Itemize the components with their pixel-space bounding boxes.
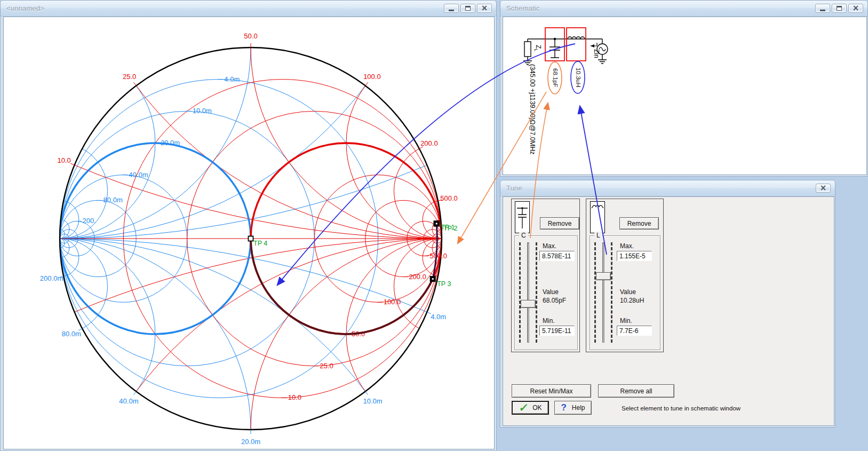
svg-text:20.0m: 20.0m xyxy=(161,139,180,147)
load-impedance-text: (345.00 +j1139.00)Ω@7.0MHz xyxy=(529,64,536,154)
tune-window-title: Tune xyxy=(506,184,522,192)
schematic-window: Schematic xyxy=(500,0,868,177)
capacitor-min-input[interactable]: 5.719E-11 xyxy=(539,326,575,336)
tune-window-titlebar[interactable]: Tune xyxy=(500,180,835,196)
capacitor-slider-thumb[interactable] xyxy=(521,300,536,308)
svg-text:500.0: 500.0 xyxy=(440,194,458,202)
max-label: Max. xyxy=(620,242,634,250)
capacitor-max-input[interactable]: 8.578E-11 xyxy=(539,251,575,261)
min-label: Min. xyxy=(620,317,632,325)
close-icon[interactable] xyxy=(477,4,492,13)
svg-text:20.0m: 20.0m xyxy=(241,438,260,446)
max-label: Max. xyxy=(543,242,556,250)
close-icon[interactable] xyxy=(848,4,863,13)
tune-window: Tune Remove C xyxy=(500,180,835,428)
restore-icon[interactable] xyxy=(832,4,847,13)
inductor-slider-thumb[interactable] xyxy=(596,272,611,280)
capacitor-icon xyxy=(515,201,530,233)
svg-text:200.: 200. xyxy=(83,217,96,225)
min-label: Min. xyxy=(543,317,555,325)
svg-text:80.0m: 80.0m xyxy=(103,196,123,204)
inductor-group: L Max. 1.155E-5 Value 10.28uH Min. 7.7E-… xyxy=(590,235,660,350)
inductor-min-input[interactable]: 7.7E-6 xyxy=(617,326,652,336)
load-resistor-symbol xyxy=(524,42,531,57)
remove-inductor-button[interactable]: Remove xyxy=(619,217,659,230)
capacitor-group-label: C xyxy=(519,232,528,239)
remove-capacitor-button[interactable]: Remove xyxy=(540,217,579,230)
svg-text:4.0m: 4.0m xyxy=(224,75,240,83)
help-button[interactable]: ? Help xyxy=(554,401,592,415)
chart-window-title: <unnamed> xyxy=(6,4,44,12)
smith-chart[interactable]: 10.025.050.0100.0200.0500.010.025.050.01… xyxy=(4,17,500,451)
capacitor-group: C Max. 8.578E-11 Value 68.05pF Min. 5.71… xyxy=(514,235,578,350)
inductor-callout-value: 10.3uH xyxy=(575,67,582,87)
inductor-max-input[interactable]: 1.155E-5 xyxy=(617,251,652,261)
svg-text:50.0: 50.0 xyxy=(244,32,257,40)
svg-text:500.0: 500.0 xyxy=(429,252,447,260)
svg-text:200.0m: 200.0m xyxy=(40,274,63,282)
svg-text:10.0: 10.0 xyxy=(288,393,301,401)
capacitor-value: 68.05pF xyxy=(543,297,566,304)
selected-element-boxes[interactable] xyxy=(545,28,586,61)
svg-text:200.0: 200.0 xyxy=(420,139,438,147)
wire-node xyxy=(554,38,556,40)
tune-panel-capacitor: Remove C Max. 8.578E-11 Value 68.05pF Mi… xyxy=(511,199,580,352)
svg-text:100.0: 100.0 xyxy=(363,73,381,81)
svg-text:TP 2: TP 2 xyxy=(443,225,457,232)
reset-minmax-button[interactable]: Reset Min/Max xyxy=(512,384,591,398)
svg-text:80.0m: 80.0m xyxy=(62,330,81,338)
smith-chart-window: <unnamed> 10.025.050.0100.0200.0500.010.… xyxy=(0,0,497,451)
schematic-window-titlebar[interactable]: Schematic xyxy=(500,1,867,17)
svg-text:4.0m: 4.0m xyxy=(431,313,446,321)
schematic-window-title: Schematic xyxy=(506,4,540,12)
close-icon[interactable] xyxy=(816,184,831,193)
restore-icon[interactable] xyxy=(460,4,475,13)
inductor-slider[interactable] xyxy=(593,241,614,344)
svg-text:40.0m: 40.0m xyxy=(129,171,148,179)
svg-text:25.0: 25.0 xyxy=(123,73,136,81)
svg-text:10.0m: 10.0m xyxy=(193,107,212,115)
svg-text:40.0m: 40.0m xyxy=(119,397,138,405)
svg-text:100.0: 100.0 xyxy=(384,298,401,306)
schematic-canvas[interactable]: ZL Zin (345.00 +j1139.00)Ω@7.0MHz 68.1pF… xyxy=(503,17,867,175)
inductor-group-label: L xyxy=(594,232,602,239)
zin-label: Zin xyxy=(593,49,600,58)
status-text: Select element to tune in schematic wind… xyxy=(622,405,740,412)
svg-text:10.0: 10.0 xyxy=(57,156,70,164)
svg-text:25.0: 25.0 xyxy=(320,362,333,370)
tune-client: Remove C Max. 8.578E-11 Value 68.05pF Mi… xyxy=(503,196,834,426)
checkmark-icon: ✓ xyxy=(518,401,529,414)
inductor-value: 10.28uH xyxy=(620,297,644,304)
smith-chart-canvas[interactable]: 10.025.050.0100.0200.0500.010.025.050.01… xyxy=(3,17,495,449)
ok-button[interactable]: ✓ OK xyxy=(512,401,549,415)
minimize-icon[interactable] xyxy=(444,4,459,13)
svg-text:200.0: 200.0 xyxy=(409,273,426,281)
schematic-drawing[interactable]: ZL Zin (345.00 +j1139.00)Ω@7.0MHz 68.1pF… xyxy=(503,17,867,176)
capacitor-slider[interactable] xyxy=(518,241,538,344)
load-label: ZL xyxy=(533,45,542,51)
desktop: <unnamed> 10.025.050.0100.0200.0500.010.… xyxy=(0,0,868,451)
minimize-icon[interactable] xyxy=(815,4,830,13)
capacitor-callout-value: 68.1pF xyxy=(552,68,559,88)
svg-text:TP 4: TP 4 xyxy=(253,240,267,247)
inductor-icon xyxy=(590,201,605,233)
svg-text:TP 3: TP 3 xyxy=(437,280,451,288)
tune-panel-inductor: Remove L Max. 1.155E-5 Value 10.28uH Min… xyxy=(586,199,664,352)
chart-window-titlebar[interactable]: <unnamed> xyxy=(1,1,496,17)
value-label: Value xyxy=(543,288,559,296)
inductor-highlight-box xyxy=(567,28,586,61)
question-mark-icon: ? xyxy=(561,402,566,413)
value-label: Value xyxy=(620,288,636,296)
remove-all-button[interactable]: Remove all xyxy=(598,384,674,398)
svg-text:10.0m: 10.0m xyxy=(363,397,383,405)
